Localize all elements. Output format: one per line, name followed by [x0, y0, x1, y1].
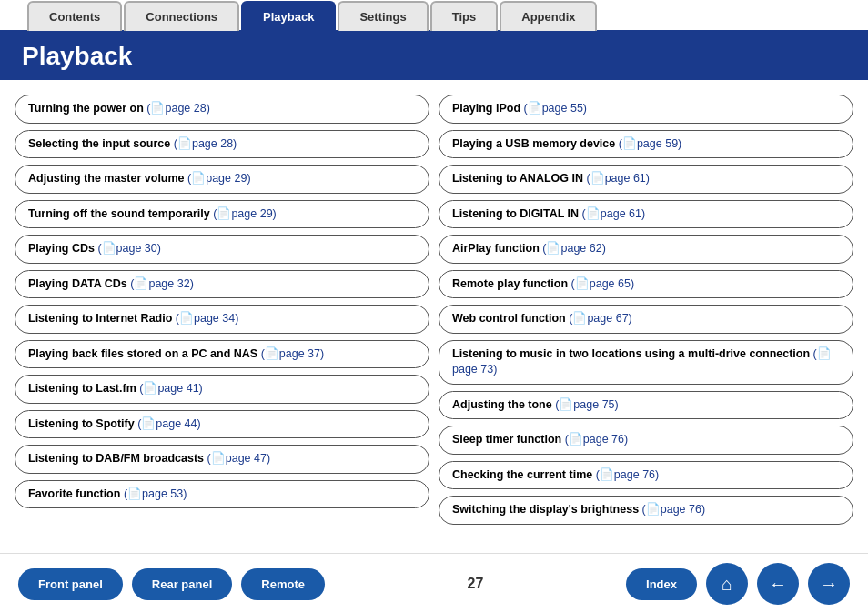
footer-right: Index ⌂ ← →	[626, 563, 850, 605]
tab-playback[interactable]: Playback	[241, 1, 336, 31]
right-item-button[interactable]: Adjusting the tone (📄page 75)	[439, 391, 853, 420]
page-ref: (📄page 28)	[174, 137, 237, 150]
page-ref: (📄page 53)	[124, 487, 187, 500]
page-ref: (📄page 76)	[596, 468, 660, 481]
right-item-button[interactable]: Listening to ANALOG IN (📄page 61)	[439, 165, 853, 194]
right-item-button[interactable]: Listening to DIGITAL IN (📄page 61)	[439, 200, 853, 229]
tab-connections[interactable]: Connections	[124, 1, 239, 31]
remote-button[interactable]: Remote	[241, 568, 325, 600]
right-item-button[interactable]: Remote play function (📄page 65)	[439, 270, 853, 299]
page-ref: (📄page 28)	[146, 102, 210, 115]
page-number: 27	[325, 576, 626, 592]
footer-left: Front panel Rear panel Remote	[18, 568, 325, 600]
right-column: Playing iPod (📄page 55)Playing a USB mem…	[439, 95, 853, 544]
left-item-button[interactable]: Listening to Spotify (📄page 44)	[15, 410, 429, 439]
rear-panel-button[interactable]: Rear panel	[132, 568, 232, 600]
page-ref: (📄page 37)	[261, 347, 325, 360]
page-ref: (📄page 75)	[555, 398, 619, 411]
page-ref: (📄page 61)	[586, 172, 650, 185]
page-ref: (📄page 55)	[524, 102, 588, 115]
right-item-button[interactable]: AirPlay function (📄page 62)	[439, 235, 853, 264]
right-item-button[interactable]: Switching the display's brightness (📄pag…	[439, 496, 853, 525]
left-item-button[interactable]: Playing CDs (📄page 30)	[15, 235, 429, 264]
index-button[interactable]: Index	[626, 568, 697, 600]
page-ref: (📄page 34)	[176, 312, 239, 325]
front-panel-button[interactable]: Front panel	[18, 568, 123, 600]
tab-contents[interactable]: Contents	[27, 1, 122, 31]
left-item-button[interactable]: Adjusting the master volume (📄page 29)	[15, 165, 429, 194]
page-ref: (📄page 76)	[565, 433, 629, 446]
tab-appendix[interactable]: Appendix	[500, 1, 597, 31]
left-item-button[interactable]: Turning off the sound temporarily (📄page…	[15, 200, 429, 229]
left-item-button[interactable]: Listening to Last.fm (📄page 41)	[15, 375, 429, 404]
home-button[interactable]: ⌂	[706, 563, 748, 605]
page-ref: (📄page 47)	[207, 452, 271, 465]
left-column: Turning the power on (📄page 28)Selecting…	[15, 95, 429, 544]
left-item-button[interactable]: Playing back files stored on a PC and NA…	[15, 340, 429, 369]
right-item-button[interactable]: Listening to music in two locations usin…	[439, 340, 853, 385]
page-ref: (📄page 76)	[642, 503, 706, 516]
page-ref: (📄page 41)	[139, 382, 203, 395]
tab-settings[interactable]: Settings	[338, 1, 428, 31]
page-ref: (📄page 61)	[582, 207, 646, 220]
page-ref: (📄page 62)	[542, 242, 606, 255]
left-item-button[interactable]: Favorite function (📄page 53)	[15, 480, 429, 509]
page-ref: (📄page 32)	[130, 277, 194, 290]
page-title: Playback	[0, 33, 868, 80]
page-ref: (📄page 30)	[97, 242, 161, 255]
right-item-button[interactable]: Playing iPod (📄page 55)	[439, 95, 853, 124]
left-item-button[interactable]: Turning the power on (📄page 28)	[15, 95, 429, 124]
left-item-button[interactable]: Listening to Internet Radio (📄page 34)	[15, 305, 429, 334]
left-item-button[interactable]: Selecting the input source (📄page 28)	[15, 130, 429, 159]
tabs-bar: ContentsConnectionsPlaybackSettingsTipsA…	[0, 0, 868, 33]
page-ref: (📄page 44)	[137, 417, 201, 430]
page-ref: (📄page 67)	[569, 312, 632, 325]
tab-tips[interactable]: Tips	[430, 1, 499, 31]
right-item-button[interactable]: Web control function (📄page 67)	[439, 305, 853, 334]
left-item-button[interactable]: Listening to DAB/FM broadcasts (📄page 47…	[15, 445, 429, 474]
footer: Front panel Rear panel Remote 27 Index ⌂…	[0, 553, 868, 612]
left-item-button[interactable]: Playing DATA CDs (📄page 32)	[15, 270, 429, 299]
forward-button[interactable]: →	[808, 563, 850, 605]
content-area: Turning the power on (📄page 28)Selecting…	[0, 80, 868, 553]
page-ref: (📄page 29)	[213, 207, 277, 220]
right-item-button[interactable]: Checking the current time (📄page 76)	[439, 461, 853, 490]
right-item-button[interactable]: Sleep timer function (📄page 76)	[439, 426, 853, 455]
page-ref: (📄page 59)	[619, 137, 682, 150]
page-ref: (📄page 29)	[187, 172, 251, 185]
back-button[interactable]: ←	[757, 563, 799, 605]
right-item-button[interactable]: Playing a USB memory device (📄page 59)	[439, 130, 853, 159]
page-ref: (📄page 65)	[571, 277, 635, 290]
